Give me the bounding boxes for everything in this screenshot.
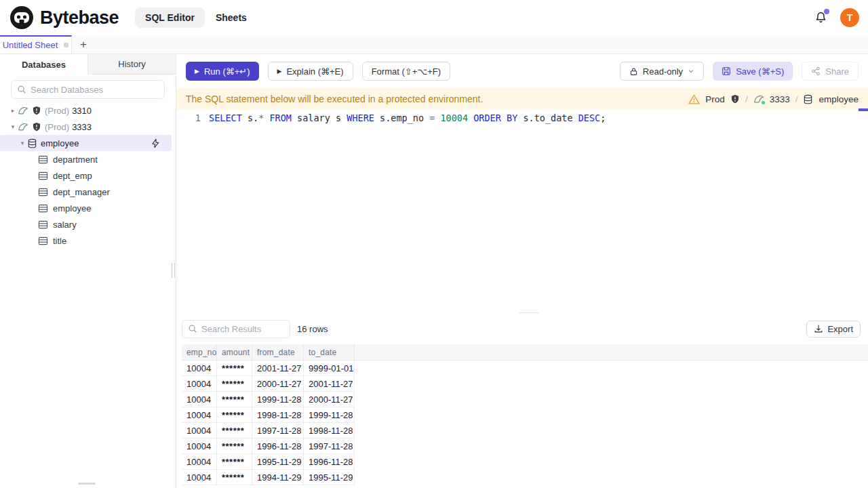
result-cell[interactable]: 1997-11-28 (304, 439, 355, 454)
sql-editor[interactable]: 1 SELECT s.* FROM salary s WHERE s.emp_n… (176, 110, 868, 313)
result-cell[interactable]: 10004 (182, 439, 217, 454)
column-header-amount[interactable]: amount (217, 344, 252, 361)
database-name: employee (41, 138, 79, 148)
result-cell[interactable]: 10004 (182, 361, 217, 376)
environment-badge[interactable]: Prod (705, 94, 725, 104)
table-name: dept_emp (53, 171, 92, 181)
result-cell[interactable]: 1997-11-28 (252, 423, 304, 439)
database-icon (803, 94, 813, 104)
result-cell[interactable]: 9999-01-01 (304, 361, 355, 376)
column-header-to-date[interactable]: to_date (304, 344, 355, 361)
table-item-title[interactable]: title (0, 232, 176, 249)
result-cell[interactable]: 2000-11-27 (252, 376, 304, 392)
result-cell-masked[interactable]: ****** (217, 423, 252, 439)
result-cell-masked[interactable]: ****** (217, 439, 252, 454)
mysql-dolphin-icon (753, 94, 764, 104)
save-button[interactable]: Save (⌘+S) (713, 62, 793, 81)
result-cell[interactable]: 2001-11-27 (304, 376, 355, 392)
table-row[interactable]: 10004 ****** 2001-11-27 9999-01-01 (182, 361, 868, 376)
result-cell[interactable]: 2001-11-27 (252, 361, 304, 376)
table-row[interactable]: 10004 ****** 1998-11-28 1999-11-28 (182, 407, 868, 423)
notification-bell-icon[interactable] (814, 11, 828, 25)
table-item-salary[interactable]: salary (0, 216, 176, 232)
database-item-employee[interactable]: ▾ employee (0, 135, 172, 151)
warning-triangle-icon (688, 94, 700, 105)
table-item-dept-emp[interactable]: dept_emp (0, 167, 176, 184)
readonly-mode-dropdown[interactable]: Read-only (620, 62, 704, 81)
new-sheet-button[interactable]: + (72, 35, 95, 54)
table-item-dept-manager[interactable]: dept_manager (0, 184, 176, 200)
results-search[interactable] (182, 320, 290, 338)
result-cell[interactable]: 10004 (182, 407, 217, 423)
sql-token (468, 113, 473, 123)
result-cell[interactable]: 10004 (182, 470, 217, 485)
nav-sheets[interactable]: Sheets (216, 12, 247, 23)
table-row[interactable]: 10004 ****** 1999-11-28 2000-11-27 (182, 392, 868, 407)
result-cell[interactable]: 10004 (182, 454, 217, 470)
horizontal-scrollbar[interactable] (78, 483, 96, 485)
bytebase-logo[interactable]: Bytebase (9, 5, 119, 30)
result-cell[interactable]: 1998-11-28 (304, 423, 355, 439)
column-header-from-date[interactable]: from_date (252, 344, 304, 361)
table-row[interactable]: 10004 ****** 1995-11-29 1996-11-28 (182, 454, 868, 470)
sql-code-line[interactable]: 1 SELECT s.* FROM salary s WHERE s.emp_n… (176, 110, 868, 125)
search-results-input[interactable] (201, 324, 284, 334)
user-avatar[interactable]: T (840, 8, 859, 27)
instance-badge[interactable]: 3333 (770, 94, 790, 104)
table-icon (38, 171, 48, 181)
format-button[interactable]: Format (⇧+⌥+F) (362, 62, 450, 81)
run-button[interactable]: ▶ Run (⌘+↵) (186, 62, 259, 81)
share-icon (811, 66, 821, 76)
caret-down-icon[interactable]: ▾ (18, 140, 27, 146)
table-row[interactable]: 10004 ****** 1994-11-29 1995-11-29 (182, 470, 868, 485)
sidebar-tabs: Databases History (0, 54, 176, 75)
result-cell[interactable]: 1995-11-29 (252, 454, 304, 470)
instance-item-3310[interactable]: ▸ (Prod) 3310 (0, 102, 176, 119)
tab-untitled-sheet[interactable]: Untitled Sheet (0, 35, 72, 54)
table-row[interactable]: 10004 ****** 2000-11-27 2001-11-27 (182, 376, 868, 392)
result-cell-masked[interactable]: ****** (217, 454, 252, 470)
database-search[interactable] (11, 80, 165, 99)
sql-statement[interactable]: SELECT s.* FROM salary s WHERE s.emp_no … (209, 112, 606, 125)
result-cell[interactable]: 10004 (182, 376, 217, 392)
result-cell-masked[interactable]: ****** (217, 361, 252, 376)
table-row[interactable]: 10004 ****** 1997-11-28 1998-11-28 (182, 423, 868, 439)
table-item-department[interactable]: department (0, 151, 176, 167)
instance-item-3333[interactable]: ▾ (Prod) 3333 (0, 119, 176, 135)
tab-history[interactable]: History (87, 54, 176, 75)
result-cell-masked[interactable]: ****** (217, 407, 252, 423)
column-header-emp-no[interactable]: emp_no (182, 344, 217, 361)
result-cell[interactable]: 1998-11-28 (252, 407, 304, 423)
explain-button[interactable]: ▶ Explain (⌘+E) (268, 62, 353, 81)
table-name: dept_manager (53, 187, 110, 197)
result-cell[interactable]: 1994-11-29 (252, 470, 304, 485)
tab-databases[interactable]: Databases (0, 54, 87, 75)
result-cell-masked[interactable]: ****** (217, 392, 252, 407)
sheet-tab-strip: Untitled Sheet + (0, 35, 868, 54)
instance-name: 3310 (72, 106, 92, 116)
row-count: 16 rows (297, 324, 328, 334)
result-cell[interactable]: 1995-11-29 (304, 470, 355, 485)
table-row[interactable]: 10004 ****** 1996-11-28 1997-11-28 (182, 439, 868, 454)
result-cell[interactable]: 1996-11-28 (304, 454, 355, 470)
caret-right-icon[interactable]: ▸ (8, 107, 18, 114)
table-item-employee[interactable]: employee (0, 200, 176, 216)
result-cell[interactable]: 1999-11-28 (252, 392, 304, 407)
caret-down-icon[interactable]: ▾ (8, 123, 18, 130)
result-cell[interactable]: 2000-11-27 (304, 392, 355, 407)
result-cell-masked[interactable]: ****** (217, 376, 252, 392)
result-cell[interactable]: 1996-11-28 (252, 439, 304, 454)
database-badge[interactable]: employee (818, 94, 859, 104)
result-cell[interactable]: 10004 (182, 392, 217, 407)
nav-sql-editor[interactable]: SQL Editor (135, 7, 205, 28)
sidebar-resize-handle[interactable] (172, 263, 175, 278)
result-cell-masked[interactable]: ****** (217, 470, 252, 485)
result-cell[interactable]: 1999-11-28 (304, 407, 355, 423)
export-button[interactable]: Export (806, 321, 861, 338)
lightning-bolt-icon[interactable] (151, 138, 161, 148)
table-icon (38, 155, 48, 165)
mysql-dolphin-icon (18, 105, 28, 116)
result-cell[interactable]: 10004 (182, 423, 217, 439)
share-button[interactable]: Share (802, 62, 859, 81)
search-databases-input[interactable] (31, 85, 159, 95)
